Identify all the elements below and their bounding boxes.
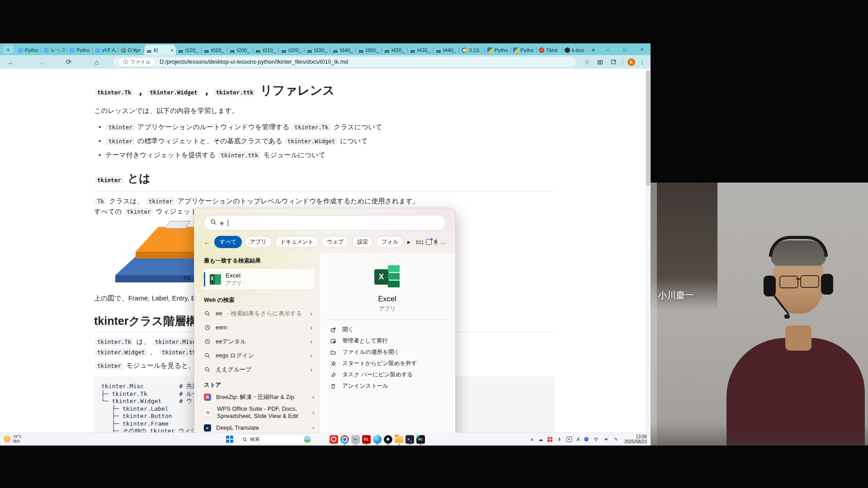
action-folder[interactable]: ファイルの場所を開く [319, 347, 455, 358]
scrollbar-thumb[interactable] [646, 70, 650, 186]
search-back-icon[interactable]: ← [204, 239, 210, 246]
taskbar-app-explorer[interactable] [393, 433, 404, 446]
tray-pinned-icon[interactable] [547, 437, 552, 442]
web-search-item[interactable]: eegs ログイン› [204, 348, 314, 362]
tray-pen-icon[interactable]: ✎ [614, 436, 618, 442]
action-trash[interactable]: アンインストール [319, 380, 455, 392]
taskbar-app-edge[interactable] [372, 433, 382, 446]
address-bar[interactable]: ⓘファイル D:/projects/lessons/desktop-ui-les… [114, 57, 576, 67]
action-admin[interactable]: 管理者として実行 [319, 335, 455, 347]
taskbar-app-pycharm[interactable]: PC [415, 433, 426, 446]
tray-colordot-icon[interactable] [584, 437, 589, 441]
browser-menu-icon[interactable]: ⋮ [639, 59, 645, 66]
search-input[interactable]: e [204, 215, 446, 230]
tab-search-button[interactable]: ∨ [3, 45, 14, 54]
start-button-icon[interactable] [226, 436, 233, 443]
browser-tab[interactable]: D:¥pr [118, 45, 144, 55]
tab-title: t200_ [237, 47, 251, 53]
account-avatar[interactable]: K [434, 238, 438, 246]
taskbar-app-filezilla[interactable]: Fz [361, 433, 372, 446]
taskbar-app-chrome[interactable] [339, 433, 350, 446]
browser-tab[interactable]: mt340_ [330, 45, 356, 55]
search-more-icon[interactable]: … [440, 239, 447, 245]
browser-tab[interactable]: ytさん [93, 45, 118, 55]
action-unpin[interactable]: スタートからピン留めを外す [319, 358, 455, 369]
filter-chip-すべて[interactable]: すべて [214, 236, 242, 248]
taskbar-clock[interactable]: 13:06 2025/08/23 [624, 434, 647, 444]
taskbar-app-notion[interactable] [382, 433, 393, 446]
browser-tab[interactable]: mt350_ [356, 45, 382, 55]
action-open[interactable]: 開く [319, 324, 455, 335]
browser-tab[interactable]: mt120_ [176, 45, 202, 55]
bookmark-star-icon[interactable]: ☆ [584, 58, 590, 66]
store-item[interactable]: BBreeZip: 解凍・圧縮Rar & Zip› [204, 394, 314, 401]
md-tab-icon: m [178, 47, 184, 53]
browser-tab[interactable]: Tkint [537, 45, 562, 55]
browser-tab[interactable]: mt440_ [434, 45, 459, 55]
tray-wifi-icon[interactable] [593, 436, 599, 442]
web-search-item[interactable]: ええグループ› [204, 362, 314, 376]
forward-icon[interactable]: → [36, 58, 47, 66]
store-item[interactable]: ▸DeepL Translate› [204, 424, 314, 432]
filter-chip-設定[interactable]: 設定 [352, 236, 373, 248]
back-icon[interactable]: ← [5, 58, 16, 66]
filter-chip-フォル[interactable]: フォル [376, 236, 404, 248]
webcam-bottom-shadow [651, 422, 868, 446]
browser-tab[interactable]: mt320_ [279, 45, 305, 55]
extensions-icon[interactable] [610, 59, 617, 65]
filter-chip-ウェブ[interactable]: ウェブ [321, 236, 349, 248]
filter-chip-ドキュメント[interactable]: ドキュメント [275, 236, 319, 248]
wps-icon: W [204, 408, 212, 417]
browser-tab[interactable]: Pytho [15, 45, 41, 55]
best-match-item[interactable]: Excel アプリ [204, 269, 314, 290]
taskbar-weather-widget[interactable]: 34°C 晴れ [4, 434, 22, 443]
taskbar-search-box[interactable]: 検索 [237, 434, 313, 444]
filter-chip-アプリ[interactable]: アプリ [245, 236, 272, 248]
browser-tab[interactable]: mt310_ [253, 45, 279, 55]
browser-tab[interactable]: mt420_ [382, 45, 408, 55]
tray-mic-icon[interactable] [557, 436, 562, 442]
profile-avatar[interactable]: k [627, 58, 635, 66]
browser-tab[interactable]: 3.13. [459, 45, 485, 55]
url-info-chip[interactable]: ⓘファイル [118, 58, 155, 66]
tray-volume-icon[interactable] [604, 436, 609, 442]
refresh-icon[interactable]: ⟳ [63, 58, 74, 66]
new-tab-button[interactable]: + [587, 44, 599, 54]
browser-tab[interactable]: Pytho [511, 45, 537, 55]
store-item[interactable]: WWPS Office Suite - PDF, Docs, Spreadshe… [204, 405, 314, 420]
browser-tab[interactable]: mt020_ [202, 45, 227, 55]
tray-onedrive-icon[interactable]: ☁ [538, 436, 543, 442]
lens-camera-icon[interactable] [597, 59, 604, 66]
tray-screenclip-icon[interactable] [566, 436, 572, 442]
browser-tab[interactable]: k-bra [562, 45, 586, 55]
rewards-badge[interactable]: 811 [416, 239, 432, 245]
close-tab-icon[interactable]: × [170, 47, 173, 53]
taskbar-app-snip[interactable]: ✂ [350, 433, 361, 446]
browser-tab[interactable]: Pytho [485, 45, 511, 55]
web-search-item[interactable]: eem› [204, 320, 314, 334]
web-search-item[interactable]: eeデンタル› [204, 334, 314, 348]
tray-chevron-up-icon[interactable]: ∧ [530, 436, 534, 442]
taskbar-app-phone-link[interactable] [317, 433, 328, 446]
taskbar-app-terminal[interactable]: >_ [404, 433, 415, 446]
action-pin[interactable]: タスク バーにピン留めする [319, 369, 455, 380]
browser-tab[interactable]: mt0× [144, 45, 176, 55]
inline-code: tkinter.Tk [95, 338, 133, 346]
running-indicator [398, 444, 400, 445]
web-search-item[interactable]: ee - 検索結果をさらに表示する› [204, 306, 314, 320]
browser-tab[interactable]: mt430_ [408, 45, 434, 55]
maximize-button[interactable]: □ [616, 43, 633, 55]
home-icon[interactable]: ⌂ [91, 58, 102, 66]
browser-tab[interactable]: Pytho [67, 45, 93, 55]
filters-overflow-icon[interactable]: ▶ [407, 240, 410, 244]
web-search-text: eem [216, 324, 227, 331]
browser-tab[interactable]: mt330_ [305, 45, 330, 55]
close-button[interactable]: × [633, 43, 651, 55]
open-icon [330, 327, 336, 333]
tray-ime-icon[interactable]: A [576, 436, 580, 442]
taskbar-app-app-red[interactable] [328, 433, 339, 446]
minimize-button[interactable]: – [599, 43, 616, 55]
browser-tab[interactable]: レッス [41, 45, 67, 55]
scrollbar-track[interactable] [646, 69, 651, 433]
browser-tab[interactable]: mt200_ [227, 45, 253, 55]
